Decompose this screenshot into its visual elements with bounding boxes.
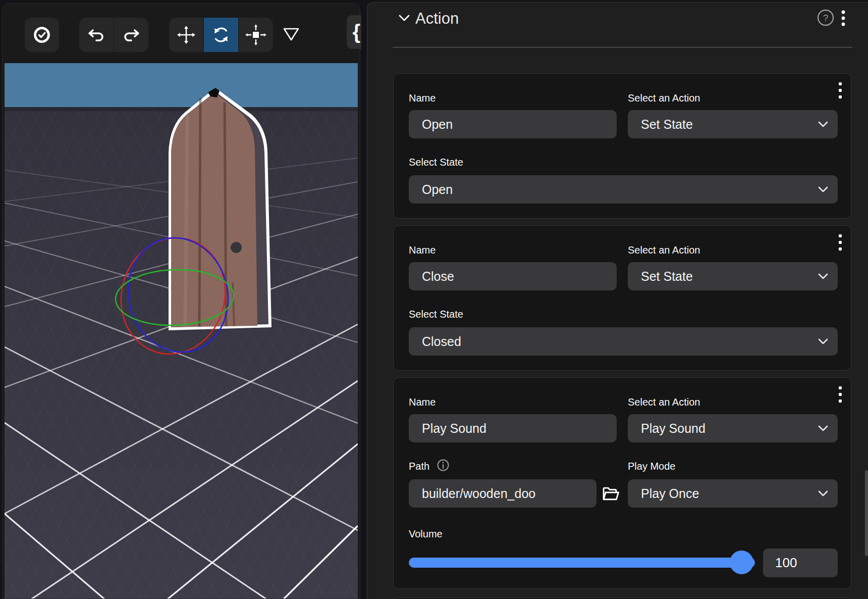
rotate-circular-arrows-icon xyxy=(210,24,232,45)
action-select[interactable]: Set State xyxy=(628,262,838,290)
action-card-close: Name Select an Action Close Set State Se… xyxy=(393,225,851,371)
redo-button[interactable] xyxy=(114,18,148,52)
chevron-down-icon xyxy=(818,185,829,194)
name-input[interactable]: Close xyxy=(409,262,617,290)
state-select[interactable]: Closed xyxy=(409,327,838,356)
rotate-gizmo[interactable] xyxy=(5,60,358,599)
card-kebab-menu-icon[interactable] xyxy=(838,385,843,406)
undo-arrow-icon xyxy=(87,25,106,44)
redo-arrow-icon xyxy=(122,25,141,44)
gizmo-ring-z[interactable] xyxy=(116,227,240,363)
card-kebab-menu-icon[interactable] xyxy=(838,81,843,102)
brace-glyph: { xyxy=(352,21,360,43)
chevron-down-icon xyxy=(818,489,829,498)
name-input[interactable]: Open xyxy=(409,110,617,138)
action-select[interactable]: Play Sound xyxy=(628,414,838,442)
action-panel: Action ? Name Select an Action Open Set … xyxy=(367,2,868,599)
action-card-open: Name Select an Action Open Set State Sel… xyxy=(393,73,851,219)
undo-button[interactable] xyxy=(79,18,114,52)
volume-label: Volume xyxy=(409,528,617,540)
state-label: Select State xyxy=(409,309,617,320)
seal-check-icon xyxy=(32,25,52,45)
card-kebab-menu-icon[interactable] xyxy=(838,233,843,254)
scale-arrows-icon xyxy=(245,24,267,46)
rotate-tool-button[interactable] xyxy=(204,18,238,52)
name-label: Name xyxy=(409,396,617,408)
name-input[interactable]: Play Sound xyxy=(409,414,617,442)
chevron-down-icon xyxy=(818,272,829,281)
triangle-down-outline-icon xyxy=(282,27,300,42)
panel-title: Action xyxy=(415,10,459,28)
name-label: Name xyxy=(409,244,617,256)
action-label: Select an Action xyxy=(628,396,838,408)
state-select[interactable]: Open xyxy=(409,175,838,204)
play-mode-label: Play Mode xyxy=(628,461,838,472)
state-label: Select State xyxy=(409,157,617,168)
panel-kebab-menu-icon[interactable] xyxy=(841,9,846,29)
folder-open-icon xyxy=(601,485,620,503)
chevron-down-icon xyxy=(818,424,829,433)
action-label: Select an Action xyxy=(628,92,838,104)
move-arrows-icon xyxy=(176,24,197,45)
collapse-chevron-icon[interactable] xyxy=(398,13,411,24)
gizmo-ring-x[interactable] xyxy=(107,225,239,366)
browse-folder-button[interactable] xyxy=(600,483,622,505)
volume-value[interactable]: 100 xyxy=(763,548,838,577)
more-tools-button[interactable] xyxy=(282,27,300,44)
action-card-play-sound: Name Select an Action Play Sound Play So… xyxy=(393,377,851,589)
move-tool-button[interactable] xyxy=(169,18,203,52)
action-select[interactable]: Set State xyxy=(628,110,838,138)
volume-slider[interactable] xyxy=(409,558,755,568)
gizmo-ring-y[interactable] xyxy=(115,268,235,327)
chevron-down-icon xyxy=(818,337,829,346)
svg-text:?: ? xyxy=(823,13,829,23)
chevron-down-icon xyxy=(818,120,829,129)
panel-header: Action ? xyxy=(367,3,868,48)
volume-slider-thumb[interactable] xyxy=(730,551,753,574)
info-icon[interactable] xyxy=(437,459,450,472)
app-window: { Action ? Name Select an Action xyxy=(0,0,868,599)
action-label: Select an Action xyxy=(628,244,838,256)
panel-scrollbar[interactable] xyxy=(865,470,868,556)
viewport-container xyxy=(2,3,360,599)
settings-badge-button[interactable] xyxy=(25,18,59,52)
help-icon[interactable]: ? xyxy=(816,8,836,28)
code-panel-button[interactable]: { xyxy=(347,15,361,49)
viewport-canvas[interactable] xyxy=(5,60,358,599)
scale-tool-button[interactable] xyxy=(239,18,273,52)
name-label: Name xyxy=(409,92,617,104)
path-input[interactable]: builder/wooden_doo xyxy=(409,479,596,508)
viewport-toolbar xyxy=(3,4,360,60)
header-divider xyxy=(393,47,852,47)
play-mode-select[interactable]: Play Once xyxy=(628,479,838,508)
